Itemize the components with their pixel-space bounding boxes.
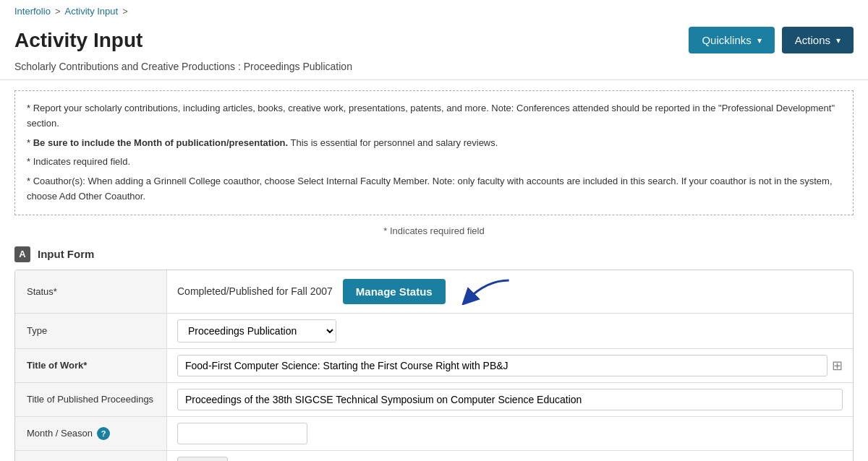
info-bold: Be sure to include the Month of publicat…: [33, 137, 288, 148]
input-form: Status* Completed/Published for Fall 200…: [14, 270, 854, 461]
quicklinks-chevron-icon: ▾: [757, 35, 762, 46]
title-of-work-row: Title of Work* ⊞: [15, 349, 853, 383]
month-value: [167, 417, 853, 450]
table-icon[interactable]: ⊞: [832, 358, 843, 374]
title-proceedings-row: Title of Published Proceedings: [15, 383, 853, 417]
title-of-work-label: Title of Work*: [15, 349, 167, 382]
quicklinks-label: Quicklinks: [702, 34, 751, 46]
title-of-work-input[interactable]: [177, 355, 827, 376]
page-title: Activity Input: [14, 29, 142, 52]
section-title: Input Form: [38, 248, 94, 260]
month-row: Month / Season ?: [15, 417, 853, 451]
actions-label: Actions: [795, 34, 830, 46]
required-note: * Indicates required field: [0, 225, 868, 236]
year-value: 2007: [167, 451, 853, 461]
actions-chevron-icon: ▾: [836, 35, 841, 46]
type-row: Type Proceedings Publication: [15, 314, 853, 349]
title-proceedings-label: Title of Published Proceedings: [15, 383, 167, 416]
section-header: A Input Form: [0, 246, 868, 262]
month-input[interactable]: [177, 423, 307, 444]
type-label: Type: [15, 314, 167, 348]
status-value: Completed/Published for Fall 2007 Manage…: [167, 270, 853, 313]
actions-button[interactable]: Actions ▾: [782, 27, 854, 53]
header-buttons: Quicklinks ▾ Actions ▾: [689, 27, 854, 53]
breadcrumb-home[interactable]: Interfolio: [14, 6, 51, 17]
arrow-icon: [461, 276, 512, 305]
info-line3: * Indicates required field.: [27, 155, 841, 170]
breadcrumb-sep2: >: [122, 6, 128, 17]
type-select[interactable]: Proceedings Publication: [177, 319, 336, 342]
info-line4: * Coauthor(s): When adding a Grinnell Co…: [27, 174, 841, 204]
info-line2: * Be sure to include the Month of public…: [27, 136, 841, 151]
breadcrumb-current[interactable]: Activity Input: [64, 6, 118, 17]
header-row: Activity Input Quicklinks ▾ Actions ▾: [0, 22, 868, 61]
status-text: Completed/Published for Fall 2007: [177, 285, 333, 297]
quicklinks-button[interactable]: Quicklinks ▾: [689, 27, 774, 53]
info-box: * Report your scholarly contributions, i…: [14, 90, 854, 215]
type-value: Proceedings Publication: [167, 314, 853, 348]
year-row: Year 2007: [15, 451, 853, 461]
title-proceedings-input[interactable]: [177, 389, 843, 410]
status-label: Status*: [15, 270, 167, 313]
month-label: Month / Season ?: [15, 417, 167, 450]
year-select[interactable]: 2007: [177, 457, 228, 461]
title-of-work-value: ⊞: [167, 349, 853, 382]
subtitle: Scholarly Contributions and Creative Pro…: [0, 61, 868, 80]
info-line1: * Report your scholarly contributions, i…: [27, 101, 841, 132]
month-help-icon[interactable]: ?: [97, 427, 110, 440]
title-proceedings-value: [167, 383, 853, 416]
status-row: Status* Completed/Published for Fall 200…: [15, 270, 853, 314]
arrow-indicator: [461, 276, 512, 307]
manage-status-button[interactable]: Manage Status: [343, 279, 446, 304]
section-badge: A: [14, 246, 30, 262]
breadcrumb-sep1: >: [55, 6, 61, 17]
title-of-work-input-wrapper: ⊞: [177, 355, 843, 376]
year-label: Year: [15, 451, 167, 461]
breadcrumb: Interfolio > Activity Input >: [0, 0, 868, 22]
